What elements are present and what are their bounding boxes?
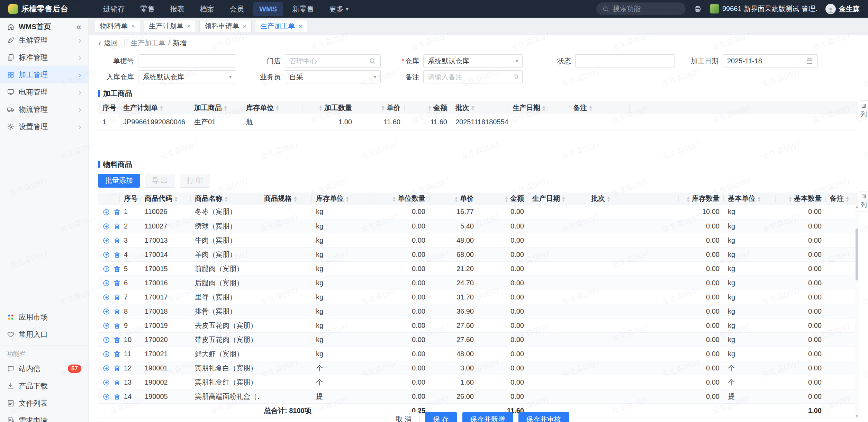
- sort-icon[interactable]: ▲▼: [607, 196, 611, 202]
- add-row-icon[interactable]: [102, 251, 110, 259]
- add-row-icon[interactable]: [102, 336, 110, 344]
- sort-icon[interactable]: ▲▼: [224, 196, 228, 202]
- nav-menu-item[interactable]: 进销存: [97, 1, 131, 17]
- add-row-icon[interactable]: [102, 393, 110, 401]
- sidebar-item-requests[interactable]: 需求申请: [0, 412, 88, 422]
- workspace-tab[interactable]: 生产加工单 ×: [255, 20, 307, 32]
- delete-row-icon[interactable]: [113, 223, 120, 230]
- workspace-tab[interactable]: 生产计划单 ×: [144, 20, 196, 32]
- column-header[interactable]: ▲▼单价: [356, 101, 405, 114]
- add-row-icon[interactable]: [102, 294, 110, 301]
- column-header[interactable]: 库存单位▲▼: [312, 192, 372, 205]
- remark-box[interactable]: 0: [423, 70, 523, 83]
- sort-icon[interactable]: ▲▼: [757, 196, 761, 202]
- sort-icon[interactable]: ▲▼: [345, 196, 349, 202]
- column-header[interactable]: 批次▲▼: [451, 101, 508, 114]
- add-row-icon[interactable]: [102, 208, 110, 216]
- column-header[interactable]: 库存单位▲▼: [242, 101, 302, 114]
- sidebar-item-downloads[interactable]: 产品下载: [0, 377, 88, 395]
- delete-row-icon[interactable]: [113, 336, 120, 344]
- column-header[interactable]: 商品名称▲▼: [191, 192, 260, 205]
- vertical-scrollbar[interactable]: ▲ ▼: [855, 204, 859, 419]
- nav-menu-item[interactable]: WMS: [253, 2, 283, 16]
- column-settings-handle-material[interactable]: 列: [859, 191, 868, 212]
- sidebar-item-app-market[interactable]: 应用市场: [0, 308, 88, 326]
- nav-menu-item[interactable]: 档案: [193, 1, 220, 17]
- collapse-sidebar-icon[interactable]: «: [76, 22, 81, 31]
- save-and-audit-button[interactable]: 保存并审核: [518, 412, 569, 422]
- delete-row-icon[interactable]: [113, 393, 120, 401]
- sidebar-home[interactable]: WMS首页 «: [0, 22, 88, 32]
- breadcrumb-parent[interactable]: 生产加工单: [131, 38, 165, 48]
- save-button[interactable]: 保 存: [425, 412, 457, 422]
- delete-row-icon[interactable]: [113, 265, 120, 273]
- delete-row-icon[interactable]: [113, 237, 120, 244]
- workspace-tab[interactable]: 物料清单 ×: [95, 20, 140, 32]
- column-header[interactable]: ▲▼金额: [478, 192, 528, 205]
- close-icon[interactable]: ×: [131, 23, 135, 30]
- add-row-icon[interactable]: [102, 365, 110, 372]
- sort-icon[interactable]: ▲▼: [428, 105, 432, 111]
- export-button[interactable]: 导 出: [145, 174, 175, 188]
- store-input[interactable]: [289, 57, 369, 65]
- sort-icon[interactable]: ▲▼: [174, 196, 178, 202]
- sort-icon[interactable]: ▲▼: [562, 196, 566, 202]
- sort-icon[interactable]: ▲▼: [542, 105, 546, 111]
- column-header[interactable]: 生产计划单▲▼: [119, 101, 190, 114]
- column-header[interactable]: 批次▲▼: [587, 192, 679, 205]
- batch-add-button[interactable]: 批量添加: [98, 174, 140, 188]
- column-header[interactable]: 加工商品▲▼: [190, 101, 242, 114]
- salesman-select[interactable]: 自采 ▾: [285, 70, 381, 83]
- column-header[interactable]: ▲▼单价: [430, 192, 478, 205]
- column-header[interactable]: ▲▼库存数量: [679, 192, 724, 205]
- global-search[interactable]: [596, 2, 686, 15]
- delete-row-icon[interactable]: [113, 308, 120, 315]
- sort-icon[interactable]: ▲▼: [224, 105, 227, 111]
- scrollbar-thumb[interactable]: [856, 228, 858, 280]
- store-picker[interactable]: [285, 54, 381, 68]
- doc-no-input[interactable]: [143, 57, 232, 65]
- sidebar-item-settings[interactable]: 设置管理 ›: [0, 118, 88, 135]
- delete-row-icon[interactable]: [113, 379, 120, 386]
- column-header[interactable]: 生产日期▲▼: [508, 101, 569, 114]
- sort-icon[interactable]: ▲▼: [160, 105, 163, 111]
- close-icon[interactable]: ×: [187, 23, 191, 30]
- nav-menu-item[interactable]: 会员: [223, 1, 250, 17]
- sidebar-item-files[interactable]: 文件列表: [0, 395, 88, 412]
- save-and-new-button[interactable]: 保存并新增: [462, 412, 513, 422]
- add-row-icon[interactable]: [102, 265, 110, 273]
- column-header[interactable]: 备注▲▼: [569, 101, 630, 114]
- column-header[interactable]: ▲▼金额: [405, 101, 451, 114]
- add-row-icon[interactable]: [102, 237, 110, 244]
- nav-menu-item[interactable]: 更多 ▾: [323, 1, 355, 17]
- column-header[interactable]: ▲▼加工数量: [302, 101, 356, 114]
- column-header[interactable]: 生产日期▲▼: [528, 192, 587, 205]
- sidebar-item-ecommerce[interactable]: 电商管理 ›: [0, 83, 88, 101]
- sort-icon[interactable]: ▲▼: [686, 196, 690, 202]
- cancel-button[interactable]: 取 消: [388, 412, 419, 422]
- sort-icon[interactable]: ▲▼: [381, 105, 385, 111]
- close-icon[interactable]: ×: [298, 23, 302, 30]
- sidebar-item-favorites[interactable]: 常用入口: [0, 326, 88, 343]
- sidebar-item-fresh[interactable]: 生鲜管理 ›: [0, 32, 88, 49]
- delete-row-icon[interactable]: [113, 322, 120, 330]
- nav-menu-item[interactable]: 新零售: [286, 1, 320, 17]
- delete-row-icon[interactable]: [113, 365, 120, 372]
- column-settings-handle-process[interactable]: 列: [859, 100, 868, 121]
- add-row-icon[interactable]: [102, 322, 110, 330]
- add-row-icon[interactable]: [102, 308, 110, 315]
- global-search-input[interactable]: [613, 5, 680, 13]
- remark-input[interactable]: [428, 73, 514, 81]
- sidebar-item-standard[interactable]: 标准管理 ›: [0, 49, 88, 66]
- in-warehouse-select[interactable]: 系统默认仓库 ▾: [138, 70, 236, 83]
- column-header[interactable]: ▲▼基本数量: [776, 192, 826, 205]
- search-icon[interactable]: [369, 57, 376, 65]
- back-button[interactable]: ‹ 返回: [98, 38, 118, 48]
- sort-icon[interactable]: ▲▼: [589, 105, 593, 111]
- sidebar-item-messages[interactable]: 站内信 57: [0, 360, 88, 377]
- add-row-icon[interactable]: [102, 223, 110, 230]
- add-row-icon[interactable]: [102, 279, 110, 287]
- column-header[interactable]: 商品代码▲▼: [141, 192, 191, 205]
- workspace-tab[interactable]: 领料申请单 ×: [199, 20, 252, 32]
- process-date-picker[interactable]: 2025-11-18: [723, 54, 818, 68]
